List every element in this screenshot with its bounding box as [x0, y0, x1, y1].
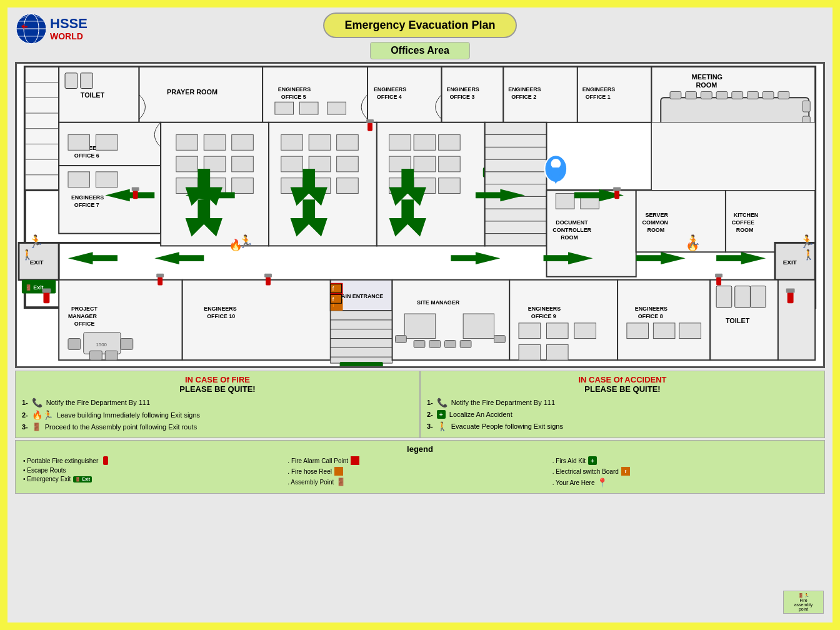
legend-row: • Portable Fire extinguisher • Escape Ro…	[23, 456, 817, 489]
legend-emergency-exit: • Emergency Exit 🚪 Exit	[23, 476, 288, 482]
svg-text:ENGINEERS: ENGINEERS	[71, 194, 104, 201]
phone-icon: 📞	[32, 398, 42, 408]
svg-text:ENGINEERS: ENGINEERS	[582, 86, 615, 92]
fire-item-2: 2- 🔥🏃 Leave building Immediately followi…	[22, 410, 413, 420]
svg-rect-189	[679, 323, 701, 339]
svg-rect-213	[132, 188, 139, 191]
svg-text:🏃: 🏃	[238, 234, 254, 249]
svg-rect-71	[68, 172, 90, 188]
accident-panel: IN CASE Of ACCIDENT PLEASE BE QUITE! 1- …	[420, 371, 825, 438]
legend-fire-ext: • Portable Fire extinguisher	[23, 456, 288, 465]
floor-plan: TOILET PRAYER ROOM ENGINEERS OFFICE 5	[15, 62, 825, 368]
accident-panel-subtitle: PLEASE BE QUITE!	[427, 384, 818, 394]
svg-rect-194	[750, 286, 766, 308]
assembly-symbol: 🚪	[336, 478, 346, 486]
svg-text:COFFEE: COFFEE	[732, 219, 754, 226]
first-aid-icon: +	[437, 410, 446, 419]
floor-plan-svg: TOILET PRAYER ROOM ENGINEERS OFFICE 5	[17, 64, 823, 366]
svg-rect-66	[68, 135, 90, 151]
legend-col-2: . Fire Alarm Call Point . Fire hose Reel…	[288, 456, 552, 488]
svg-rect-67	[96, 135, 118, 151]
svg-text:PROJECT: PROJECT	[71, 306, 98, 312]
fire-item-1: 1- 📞 Notify the Fire Department By 111	[22, 398, 413, 408]
svg-rect-77	[204, 135, 226, 151]
svg-text:CONTROLLER: CONTROLLER	[552, 227, 591, 233]
legend-title: legend	[23, 444, 817, 454]
svg-text:OFFICE: OFFICE	[74, 321, 95, 327]
svg-rect-87	[309, 135, 331, 151]
svg-rect-184	[618, 280, 710, 360]
svg-rect-102	[439, 178, 461, 194]
legend-col-1: • Portable Fire extinguisher • Escape Ro…	[23, 456, 288, 484]
assembly-point-box: 🚪🏃 Fire assembly point	[783, 591, 824, 614]
svg-rect-84	[281, 135, 303, 151]
svg-rect-148	[68, 339, 81, 350]
svg-text:MAIN ENTRANCE: MAIN ENTRANCE	[337, 293, 384, 299]
main-title: Emergency Evacuation Plan	[323, 12, 516, 38]
inner-wrapper: HSSE WORLD Emergency Evacuation Plan Off…	[8, 8, 832, 622]
svg-text:ENGINEERS: ENGINEERS	[446, 86, 479, 92]
fire-ext-symbol	[103, 456, 108, 465]
legend-fire-alarm: . Fire Alarm Call Point	[288, 456, 552, 465]
svg-rect-192	[716, 286, 732, 308]
svg-text:1500: 1500	[96, 342, 107, 348]
svg-text:MEETING: MEETING	[692, 73, 722, 81]
accident-item-2: 2- + Localize An Accident	[427, 410, 818, 419]
svg-rect-23	[275, 102, 294, 114]
info-panels-row: IN CASE Of FIRE PLEASE BE QUITE! 1- 📞 No…	[15, 371, 825, 438]
svg-text:COMMON: COMMON	[642, 219, 668, 226]
svg-rect-226	[788, 292, 794, 303]
svg-rect-42	[670, 91, 681, 99]
svg-rect-183	[546, 344, 568, 360]
svg-text:ENGINEERS: ENGINEERS	[204, 306, 236, 312]
accident-item-1: 1- 📞 Notify the Fire Department By 111	[427, 398, 818, 408]
svg-text:ROOM: ROOM	[736, 227, 754, 233]
svg-rect-132	[651, 122, 815, 191]
legend-fire-hose: . Fire hose Reel	[288, 467, 552, 476]
exit-fire-icon: 🔥🏃	[32, 410, 53, 420]
offices-area-label: Offices Area	[370, 42, 470, 59]
svg-rect-150	[105, 351, 118, 360]
legend-first-aid: . Firs Aid Kit +	[552, 456, 817, 465]
svg-rect-175	[494, 336, 506, 343]
logo-area: HSSE WORLD	[15, 12, 88, 45]
svg-rect-74	[176, 135, 198, 151]
svg-rect-49	[778, 91, 789, 99]
fire-item-3: 3- 🚪 Proceed to the Assembly point follo…	[22, 422, 413, 431]
svg-point-122	[551, 159, 561, 169]
fire-hose-symbol	[334, 467, 343, 476]
svg-text:ROOM: ROOM	[647, 227, 664, 233]
svg-rect-225	[42, 289, 51, 293]
svg-text:OFFICE 8: OFFICE 8	[638, 313, 663, 319]
svg-text:ROOM: ROOM	[696, 81, 718, 89]
svg-rect-44	[701, 91, 712, 99]
svg-rect-45	[716, 91, 728, 99]
svg-rect-222	[716, 277, 721, 286]
svg-rect-215	[366, 119, 374, 123]
svg-rect-50	[802, 101, 810, 112]
svg-rect-98	[414, 156, 436, 172]
svg-rect-169	[414, 341, 425, 348]
legend-elec-board: . Electrical switch Board f	[552, 467, 817, 476]
svg-rect-212	[133, 190, 138, 199]
page-wrapper: HSSE WORLD Emergency Evacuation Plan Off…	[0, 0, 840, 630]
svg-rect-80	[232, 135, 254, 151]
legend-col-3: . Firs Aid Kit + . Electrical switch Boa…	[552, 456, 817, 489]
svg-rect-227	[786, 289, 795, 293]
svg-rect-216	[614, 190, 619, 199]
svg-rect-221	[264, 274, 272, 278]
svg-rect-171	[445, 341, 456, 348]
assembly-icon-box: 🚪🏃	[786, 593, 821, 598]
svg-text:ROOM: ROOM	[561, 234, 578, 241]
svg-text:🚶: 🚶	[802, 249, 815, 261]
svg-rect-219	[156, 274, 164, 278]
fire-panel-title: IN CASE Of FIRE	[22, 375, 413, 384]
svg-text:OFFICE 6: OFFICE 6	[74, 152, 99, 159]
svg-rect-193	[735, 286, 751, 308]
svg-rect-82	[232, 178, 254, 194]
svg-text:🏃: 🏃	[28, 234, 44, 249]
svg-rect-90	[337, 135, 359, 151]
svg-text:ENGINEERS: ENGINEERS	[635, 306, 668, 312]
legend-panel: legend • Portable Fire extinguisher • Es…	[15, 440, 825, 494]
elec-board-legend: f	[621, 467, 630, 476]
